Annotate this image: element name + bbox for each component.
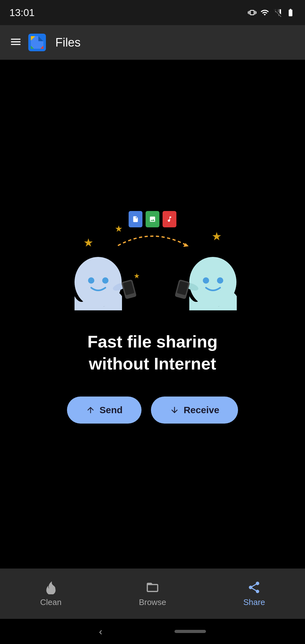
bottom-nav: Clean Browse Share <box>0 569 305 619</box>
nav-item-browse[interactable]: Browse <box>102 580 203 607</box>
receive-label: Receive <box>184 405 219 415</box>
app-bar: Files <box>0 25 305 60</box>
system-nav-bar: ‹ <box>0 619 305 644</box>
svg-point-13 <box>217 277 223 284</box>
status-time: 13:01 <box>9 7 35 19</box>
status-bar: 13:01 <box>0 0 305 25</box>
app-title: Files <box>55 36 80 49</box>
share-text-section: Fast file sharingwithout Internet <box>87 330 218 375</box>
receive-icon <box>170 405 179 415</box>
clean-nav-icon <box>44 580 58 594</box>
share-nav-icon <box>247 580 261 594</box>
send-icon <box>86 405 95 415</box>
back-button[interactable]: ‹ <box>99 626 103 637</box>
svg-point-12 <box>203 277 209 284</box>
action-buttons: Send Receive <box>67 397 238 424</box>
nav-item-share[interactable]: Share <box>203 580 305 607</box>
star-decoration-1: ★ <box>83 236 93 249</box>
svg-point-8 <box>88 277 94 284</box>
send-label: Send <box>100 405 123 415</box>
main-heading: Fast file sharingwithout Internet <box>87 330 218 375</box>
star-decoration-3: ★ <box>212 230 222 243</box>
star-decoration-5: ★ <box>134 272 140 280</box>
file-transfer-arc <box>112 224 193 249</box>
main-content: ★ ★ ★ ★ ★ ★ <box>0 60 305 569</box>
status-icons <box>248 8 296 17</box>
hamburger-icon <box>9 36 22 48</box>
send-button[interactable]: Send <box>67 397 141 424</box>
ghost-right <box>186 251 241 312</box>
ghost-left <box>71 251 126 312</box>
browse-nav-label: Browse <box>139 597 166 607</box>
receive-button[interactable]: Receive <box>151 397 238 424</box>
clean-nav-label: Clean <box>40 597 62 607</box>
browse-nav-icon <box>146 580 159 594</box>
share-nav-label: Share <box>243 597 265 607</box>
wifi-icon <box>260 8 269 17</box>
share-illustration: ★ ★ ★ ★ ★ ★ <box>58 205 247 312</box>
nav-item-clean[interactable]: Clean <box>0 580 102 607</box>
vibrate-icon <box>248 8 257 17</box>
signal-icon <box>273 8 282 17</box>
svg-point-9 <box>102 277 108 284</box>
hamburger-button[interactable] <box>9 36 22 49</box>
app-logo <box>28 34 46 51</box>
battery-icon <box>286 8 296 17</box>
home-indicator[interactable] <box>175 630 206 633</box>
